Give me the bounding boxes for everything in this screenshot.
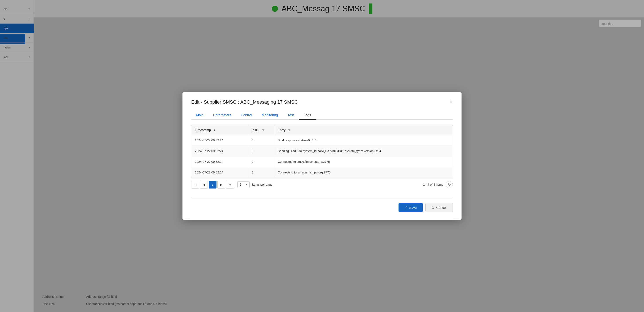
- tab-bar: Main Parameters Control Monitoring Test …: [191, 111, 453, 120]
- cell-instance: 0: [248, 156, 274, 167]
- modal-dialog: Edit - Supplier SMSC : ABC_Messaging 17 …: [182, 92, 462, 220]
- cell-timestamp: 2024-07-27 09:32:24: [192, 156, 248, 167]
- cancel-icon: ⊘: [432, 205, 434, 209]
- next-page-button[interactable]: ▶: [217, 181, 225, 188]
- items-count: 1 - 4 of 4 items ↻: [423, 181, 453, 188]
- cell-instance: 0: [248, 146, 274, 156]
- cell-timestamp: 2024-07-27 09:32:24: [192, 146, 248, 156]
- logs-table: Timestamp ▼ Inst... ▼ Entry ▼ 2024-07-27…: [191, 125, 453, 178]
- cell-entry: Bind response status=0 (0x0): [274, 135, 453, 146]
- prev-page-button[interactable]: ◀: [200, 181, 208, 188]
- filter-icon-timestamp[interactable]: ▼: [213, 129, 216, 132]
- items-per-page-label: items per page: [252, 183, 272, 186]
- tab-parameters[interactable]: Parameters: [208, 111, 236, 120]
- cell-timestamp: 2024-07-27 09:32:24: [192, 135, 248, 146]
- table-row: 2024-07-27 09:32:240Connecting to smscsi…: [192, 167, 453, 178]
- current-page-button[interactable]: 1: [209, 181, 216, 188]
- table-row: 2024-07-27 09:32:240Connected to smscsim…: [192, 156, 453, 167]
- save-button[interactable]: ✓ Save: [398, 203, 423, 212]
- modal-backdrop: Edit - Supplier SMSC : ABC_Messaging 17 …: [0, 0, 644, 312]
- col-header-inst: Inst... ▼: [248, 125, 274, 135]
- cell-entry: Sending BindTRX system_id:hoAQCa7xmkl3Rz…: [274, 146, 453, 156]
- cell-timestamp: 2024-07-27 09:32:24: [192, 167, 248, 178]
- filter-icon-inst[interactable]: ▼: [262, 129, 264, 132]
- cell-instance: 0: [248, 167, 274, 178]
- col-header-timestamp: Timestamp ▼: [192, 125, 248, 135]
- tab-test[interactable]: Test: [283, 111, 299, 120]
- filter-icon-entry[interactable]: ▼: [288, 129, 290, 132]
- modal-footer: ✓ Save ⊘ Cancel: [191, 198, 453, 212]
- close-button[interactable]: ×: [450, 100, 453, 105]
- cell-entry: Connected to smscsim.smpp.org:2775: [274, 156, 453, 167]
- col-header-entry: Entry ▼: [274, 125, 453, 135]
- tab-logs[interactable]: Logs: [299, 111, 316, 120]
- table-row: 2024-07-27 09:32:240Sending BindTRX syst…: [192, 146, 453, 156]
- cancel-button[interactable]: ⊘ Cancel: [425, 203, 453, 212]
- last-page-button[interactable]: ⏭: [226, 181, 234, 188]
- per-page-select[interactable]: 5 10 20 50: [238, 181, 250, 188]
- table-row: 2024-07-27 09:32:240Bind response status…: [192, 135, 453, 146]
- modal-header: Edit - Supplier SMSC : ABC_Messaging 17 …: [191, 99, 453, 105]
- refresh-button[interactable]: ↻: [446, 181, 453, 188]
- modal-title: Edit - Supplier SMSC : ABC_Messaging 17 …: [191, 99, 298, 105]
- tab-main[interactable]: Main: [191, 111, 208, 120]
- cell-entry: Connecting to smscsim.smpp.org:2775: [274, 167, 453, 178]
- pagination-bar: ⏮ ◀ 1 ▶ ⏭ 5 10 20 50 items per page 1 - …: [191, 178, 453, 191]
- tab-control[interactable]: Control: [236, 111, 257, 120]
- check-icon: ✓: [405, 205, 408, 209]
- cell-instance: 0: [248, 135, 274, 146]
- tab-monitoring[interactable]: Monitoring: [257, 111, 283, 120]
- first-page-button[interactable]: ⏮: [191, 181, 199, 188]
